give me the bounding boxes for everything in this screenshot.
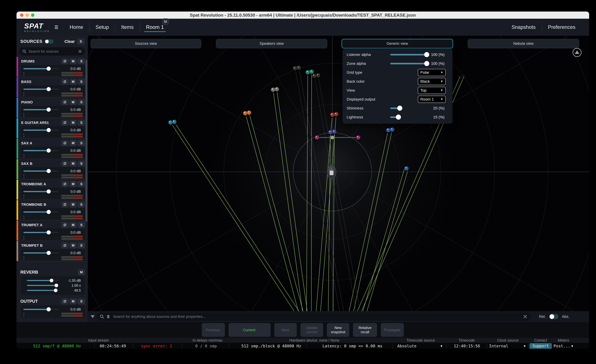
gain-slider[interactable] — [23, 211, 59, 213]
shininess-slider[interactable] — [390, 107, 400, 109]
global-search-input[interactable] — [113, 314, 520, 319]
zone-alpha-slider[interactable] — [390, 63, 427, 64]
solo-button[interactable]: S — [78, 58, 85, 64]
phase-button[interactable]: ∅ — [61, 202, 68, 207]
snapshot-current-button[interactable]: Current: — [229, 323, 271, 337]
source-sphere[interactable] — [312, 74, 317, 79]
chevron-down-icon[interactable]: ▼ — [571, 344, 573, 348]
expand-search-icon[interactable] — [91, 315, 95, 318]
sources-search[interactable] — [19, 47, 85, 56]
snapshot-new-snapshot-button[interactable]: New snapshot — [327, 323, 349, 337]
collapse-view-options-button[interactable] — [573, 48, 581, 57]
reverb-mute-button[interactable]: M — [78, 269, 85, 275]
gain-slider[interactable] — [23, 89, 59, 90]
gain-slider[interactable] — [23, 150, 59, 151]
mute-button[interactable]: M — [70, 161, 77, 167]
source-sphere[interactable] — [356, 135, 361, 141]
source-sphere[interactable] — [316, 73, 320, 79]
solo-button[interactable]: S — [78, 140, 85, 146]
listener-alpha-slider[interactable] — [390, 54, 427, 55]
view-tab-nebula[interactable]: Nebula view — [468, 39, 579, 48]
tab-home[interactable]: Home — [64, 19, 89, 36]
snapshot-previous-button[interactable]: Previous: — [202, 323, 225, 337]
source-sphere[interactable] — [275, 87, 279, 93]
mute-button[interactable]: M — [70, 99, 77, 105]
source-sphere[interactable] — [334, 112, 339, 117]
minimize-window-button[interactable] — [26, 14, 29, 17]
mute-button[interactable]: M — [70, 202, 77, 207]
menu-icon[interactable] — [55, 26, 58, 29]
source-sphere[interactable] — [458, 75, 462, 81]
output-gain-slider[interactable] — [23, 309, 59, 310]
chevron-down-icon[interactable]: ▼ — [440, 344, 442, 348]
tab-items[interactable]: Items — [115, 19, 140, 36]
solo-button[interactable]: S — [78, 202, 85, 207]
grid-type-dropdown[interactable]: Polar ▼ — [418, 69, 446, 76]
mute-button[interactable]: M — [70, 243, 77, 248]
tab-setup[interactable]: Setup — [89, 19, 115, 36]
solo-button[interactable]: S — [78, 161, 85, 167]
gain-slider[interactable] — [23, 109, 59, 110]
tab-room-1[interactable]: Room 1 M — [140, 19, 170, 36]
solo-button[interactable]: S — [78, 99, 85, 105]
radar-view[interactable] — [88, 36, 589, 311]
mute-button[interactable]: M — [70, 222, 77, 228]
phase-button[interactable]: ∅ — [61, 222, 68, 228]
gain-slider[interactable] — [23, 252, 59, 254]
source-sphere[interactable] — [293, 66, 297, 72]
mute-button[interactable]: M — [70, 58, 77, 64]
midi-badge[interactable]: M — [162, 18, 169, 25]
sources-search-input[interactable] — [29, 49, 76, 54]
sources-toggle[interactable] — [45, 39, 53, 44]
mute-button[interactable]: M — [70, 79, 77, 85]
tab-preferences[interactable]: Preferences — [542, 19, 581, 36]
snapshot-update-current-button[interactable]: Update current — [300, 323, 323, 337]
source-sphere[interactable] — [386, 128, 391, 133]
mute-button[interactable]: M — [70, 120, 77, 125]
timecode-source-value[interactable]: Absolute — [397, 344, 417, 348]
gain-slider[interactable] — [23, 170, 59, 172]
source-sphere[interactable] — [247, 110, 251, 116]
source-sphere[interactable] — [404, 166, 409, 172]
phase-button[interactable]: ∅ — [61, 181, 68, 187]
view-tab-speakers[interactable]: Speakers view — [216, 39, 327, 48]
reverb-slider[interactable] — [27, 290, 59, 291]
close-window-button[interactable] — [20, 14, 23, 17]
phase-button[interactable]: ∅ — [61, 120, 68, 125]
source-sphere[interactable] — [305, 70, 310, 76]
gain-slider[interactable] — [23, 191, 59, 192]
phase-button[interactable]: ∅ — [61, 79, 68, 85]
rel-abs-toggle[interactable] — [549, 314, 558, 319]
mute-button[interactable]: M — [70, 181, 77, 187]
source-sphere[interactable] — [297, 66, 301, 71]
lightness-slider[interactable] — [390, 116, 398, 118]
solo-button[interactable]: S — [78, 79, 85, 85]
phase-button[interactable]: ∅ — [61, 99, 68, 105]
output-phase-button[interactable]: ∅ — [61, 298, 68, 304]
source-sphere[interactable] — [330, 112, 335, 118]
output-solo-button[interactable]: S — [78, 298, 85, 304]
source-sphere[interactable] — [315, 135, 319, 141]
support-button[interactable]: Support — [529, 343, 552, 349]
source-sphere[interactable] — [168, 120, 173, 126]
solo-button[interactable]: S — [78, 120, 85, 125]
output-mute-button[interactable]: M — [70, 298, 77, 304]
snapshot-propagate-button[interactable]: Propagate — [381, 323, 404, 337]
snapshot-relative-recall-button[interactable]: Relative recall — [353, 323, 377, 337]
phase-button[interactable]: ∅ — [61, 243, 68, 248]
chevron-down-icon[interactable]: ▼ — [524, 344, 525, 348]
solo-clear-button[interactable]: S — [77, 39, 84, 44]
clear-button[interactable]: Clear — [65, 39, 75, 44]
snapshot-next-button[interactable]: Next: — [274, 323, 297, 337]
phase-button[interactable]: ∅ — [61, 58, 68, 64]
solo-button[interactable]: S — [78, 243, 85, 248]
tab-snapshots[interactable]: Snapshots — [506, 19, 542, 36]
source-sphere[interactable] — [172, 120, 177, 125]
back-color-dropdown[interactable]: Black ▼ — [418, 78, 446, 85]
clear-search-icon[interactable] — [523, 314, 528, 319]
phase-button[interactable]: ∅ — [61, 140, 68, 146]
gain-slider[interactable] — [23, 232, 59, 233]
reverb-slider[interactable] — [27, 285, 59, 286]
view-dropdown[interactable]: Top ▼ — [418, 87, 446, 94]
sources-scrollbar[interactable] — [85, 60, 87, 222]
